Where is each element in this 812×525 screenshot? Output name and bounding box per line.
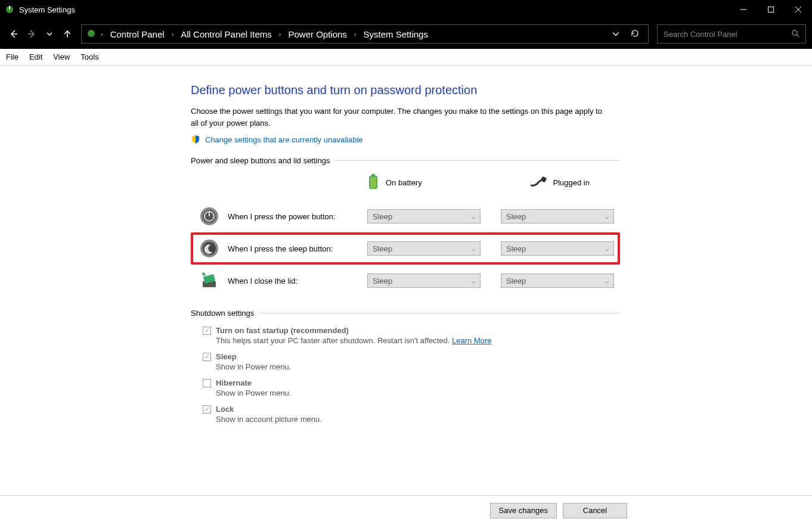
svg-point-9 xyxy=(88,30,95,37)
svg-point-10 xyxy=(792,30,797,35)
search-placeholder: Search Control Panel xyxy=(664,30,737,39)
svg-line-11 xyxy=(796,35,799,37)
shutdown-item-sleep: ✓ Sleep Show in Power menu. xyxy=(203,352,620,371)
menu-bar: File Edit View Tools xyxy=(0,49,812,66)
svg-rect-14 xyxy=(370,177,376,188)
back-button[interactable] xyxy=(6,26,21,42)
chevron-down-icon: ⌵ xyxy=(605,246,609,252)
content-area: Define power buttons and turn on passwor… xyxy=(0,66,812,495)
svg-rect-3 xyxy=(768,7,774,13)
row-power-button: When I press the power button: Sleep⌵ Sl… xyxy=(191,200,620,232)
save-button[interactable]: Save changes xyxy=(490,503,557,518)
checkbox-description: Show in Power menu. xyxy=(216,389,620,397)
svg-rect-13 xyxy=(371,174,375,176)
search-icon xyxy=(791,29,799,39)
divider xyxy=(336,160,620,161)
close-button[interactable] xyxy=(785,0,812,19)
sleep-button-plugged-select[interactable]: Sleep⌵ xyxy=(501,241,614,256)
checkbox-description: Show in Power menu. xyxy=(216,362,620,371)
title-bar: System Settings xyxy=(0,0,812,19)
admin-link[interactable]: Change settings that are currently unava… xyxy=(205,135,363,144)
sleep-button-icon xyxy=(199,238,219,259)
power-button-battery-select[interactable]: Sleep⌵ xyxy=(367,209,481,223)
checkbox-label: Sleep xyxy=(216,352,237,361)
chevron-down-icon[interactable] xyxy=(612,29,619,39)
menu-tools[interactable]: Tools xyxy=(80,52,98,61)
menu-view[interactable]: View xyxy=(53,52,70,61)
col-plugged-label: Plugged in xyxy=(553,178,590,187)
row-label: When I press the sleep button: xyxy=(228,244,359,253)
footer-bar: Save changes Cancel xyxy=(0,495,812,525)
learn-more-link[interactable]: Learn More xyxy=(452,336,491,345)
chevron-down-icon: ⌵ xyxy=(605,278,609,284)
address-bar[interactable]: › Control Panel › All Control Panel Item… xyxy=(81,24,649,44)
row-label: When I close the lid: xyxy=(228,277,359,285)
cancel-button[interactable]: Cancel xyxy=(563,503,627,518)
menu-edit[interactable]: Edit xyxy=(29,52,42,61)
forward-button[interactable] xyxy=(24,26,39,42)
checkbox-hibernate[interactable] xyxy=(203,379,211,387)
shield-icon xyxy=(191,135,200,144)
minimize-button[interactable] xyxy=(730,0,757,19)
search-input[interactable]: Search Control Panel xyxy=(657,24,806,44)
checkbox-description: Show in account picture menu. xyxy=(216,415,620,424)
close-lid-battery-select[interactable]: Sleep⌵ xyxy=(367,274,481,288)
row-label: When I press the power button: xyxy=(228,212,359,221)
section-heading-shutdown: Shutdown settings xyxy=(191,309,254,318)
laptop-lid-icon xyxy=(199,271,219,291)
chevron-right-icon: › xyxy=(277,30,284,38)
power-button-icon xyxy=(199,206,219,226)
shutdown-item-lock: ✓ Lock Show in account picture menu. xyxy=(203,405,620,424)
maximize-button[interactable] xyxy=(757,0,785,19)
recent-dropdown[interactable] xyxy=(42,26,57,42)
checkbox-label: Lock xyxy=(216,405,234,414)
shutdown-item-fast-startup: ✓ Turn on fast startup (recommended) Thi… xyxy=(203,326,620,345)
breadcrumb-item[interactable]: System Settings xyxy=(361,29,430,39)
chevron-right-icon: › xyxy=(169,30,176,38)
app-icon xyxy=(5,5,14,14)
location-icon xyxy=(86,29,96,40)
breadcrumb-item[interactable]: All Control Panel Items xyxy=(178,29,274,39)
checkbox-label: Turn on fast startup (recommended) xyxy=(216,326,349,335)
svg-rect-15 xyxy=(540,176,547,183)
checkbox-lock[interactable]: ✓ xyxy=(203,405,211,414)
checkbox-fast-startup[interactable]: ✓ xyxy=(203,327,211,335)
power-button-plugged-select[interactable]: Sleep⌵ xyxy=(501,209,614,223)
breadcrumb-item[interactable]: Power Options xyxy=(286,29,349,39)
sleep-button-battery-select[interactable]: Sleep⌵ xyxy=(367,241,481,256)
checkbox-description: This helps start your PC faster after sh… xyxy=(216,336,452,345)
window-title: System Settings xyxy=(19,5,75,14)
chevron-right-icon: › xyxy=(352,30,359,38)
page-description: Choose the power settings that you want … xyxy=(191,105,608,129)
page-title: Define power buttons and turn on passwor… xyxy=(191,83,620,97)
checkbox-label: Hibernate xyxy=(216,378,252,387)
close-lid-plugged-select[interactable]: Sleep⌵ xyxy=(501,274,614,288)
chevron-down-icon: ⌵ xyxy=(472,278,475,284)
plug-icon xyxy=(529,176,547,190)
checkbox-sleep[interactable]: ✓ xyxy=(203,353,211,361)
row-sleep-button: When I press the sleep button: Sleep⌵ Sl… xyxy=(191,232,620,265)
chevron-right-icon: › xyxy=(98,30,106,38)
chevron-down-icon: ⌵ xyxy=(605,213,609,220)
battery-icon xyxy=(367,173,380,192)
chevron-down-icon: ⌵ xyxy=(472,213,475,220)
chevron-down-icon: ⌵ xyxy=(472,246,475,252)
col-battery-label: On battery xyxy=(386,178,422,187)
svg-rect-1 xyxy=(9,6,10,10)
row-close-lid: When I close the lid: Sleep⌵ Sleep⌵ xyxy=(191,265,620,297)
shutdown-item-hibernate: Hibernate Show in Power menu. xyxy=(203,378,620,397)
divider xyxy=(260,313,620,313)
menu-file[interactable]: File xyxy=(6,52,18,61)
navigation-bar: › Control Panel › All Control Panel Item… xyxy=(0,19,812,49)
section-heading-power: Power and sleep buttons and lid settings xyxy=(191,156,330,165)
refresh-icon[interactable] xyxy=(630,29,640,40)
up-button[interactable] xyxy=(60,26,75,42)
breadcrumb-item[interactable]: Control Panel xyxy=(108,29,167,39)
